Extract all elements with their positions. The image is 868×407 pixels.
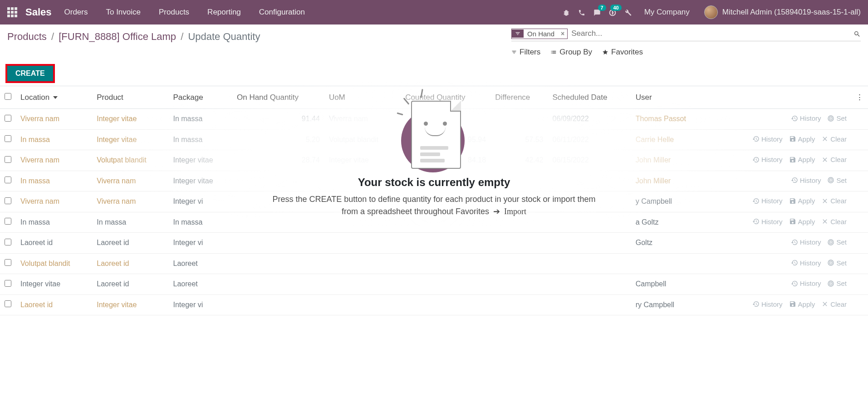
clear-button[interactable]: Clear (821, 197, 847, 205)
clear-button[interactable]: Clear (821, 156, 847, 163)
cell-user[interactable] (631, 253, 709, 274)
groupby-button[interactable]: Group By (550, 48, 592, 57)
menu-to-invoice[interactable]: To Invoice (106, 8, 141, 17)
set-button[interactable]: Set (827, 259, 847, 267)
column-options-icon[interactable]: ⋮ (851, 86, 868, 109)
filters-button[interactable]: Filters (511, 48, 540, 57)
cell-scheduled[interactable] (548, 253, 631, 274)
cell-location[interactable]: Integer vitae (16, 274, 92, 295)
cell-product[interactable]: Viverra nam (92, 191, 168, 212)
breadcrumb-product-record[interactable]: [FURN_8888] Office Lamp (59, 31, 176, 42)
search-input[interactable] (568, 28, 851, 39)
row-checkbox[interactable] (5, 300, 11, 307)
menu-configuration[interactable]: Configuration (259, 8, 305, 17)
cell-product[interactable]: Integer vitae (92, 129, 168, 150)
cell-counted[interactable] (401, 294, 490, 315)
company-switcher[interactable]: My Company (644, 8, 690, 17)
cell-location[interactable]: Volutpat blandit (16, 253, 92, 274)
menu-products[interactable]: Products (159, 8, 189, 17)
history-button[interactable]: History (752, 218, 783, 226)
cell-product[interactable]: Laoreet id (92, 233, 168, 254)
cell-counted[interactable] (401, 274, 490, 295)
col-onhand[interactable]: On Hand Quantity (232, 86, 324, 109)
col-uom[interactable]: UoM (324, 86, 401, 109)
cell-location[interactable]: In massa (16, 212, 92, 233)
cell-scheduled[interactable] (548, 171, 631, 191)
apply-button[interactable]: Apply (789, 218, 815, 226)
apply-button[interactable]: Apply (789, 300, 815, 308)
table-row[interactable]: Viverra namViverra namInteger viy Campbe… (0, 191, 868, 212)
cell-location[interactable]: Viverra nam (16, 150, 92, 171)
cell-counted[interactable] (401, 253, 490, 274)
row-checkbox[interactable] (5, 115, 11, 122)
select-all-checkbox[interactable] (5, 93, 11, 100)
history-button[interactable]: History (791, 177, 821, 184)
apply-button[interactable]: Apply (789, 135, 815, 143)
set-button[interactable]: Set (827, 238, 847, 246)
cell-counted[interactable] (401, 212, 490, 233)
cell-location[interactable]: Viverra nam (16, 109, 92, 130)
cell-product[interactable]: Viverra nam (92, 171, 168, 191)
clear-button[interactable]: Clear (821, 135, 847, 143)
history-button[interactable]: History (791, 114, 821, 122)
apply-button[interactable]: Apply (789, 197, 815, 205)
set-button[interactable]: Set (827, 177, 847, 184)
table-row[interactable]: Laoreet idLaoreet idInteger viGoltzHisto… (0, 233, 868, 254)
apps-icon[interactable] (7, 7, 17, 17)
cell-scheduled[interactable]: 06/15/2022 (548, 150, 631, 171)
table-row[interactable]: Integer vitaeLaoreet idLaoreetCampbellHi… (0, 274, 868, 295)
table-row[interactable]: In massaViverra namInteger vitaeJohn Mil… (0, 171, 868, 191)
cell-product[interactable]: Integer vitae (92, 294, 168, 315)
col-counted[interactable]: Counted Quantity (401, 86, 490, 109)
cell-scheduled[interactable]: 06/11/2022 (548, 129, 631, 150)
cell-user[interactable]: Thomas Passot (631, 109, 709, 130)
history-button[interactable]: History (791, 238, 821, 246)
tools-icon[interactable] (624, 8, 632, 16)
cell-user[interactable]: Campbell (631, 274, 709, 295)
row-checkbox[interactable] (5, 259, 11, 266)
table-row[interactable]: Volutpat blanditLaoreet idLaoreetHistory… (0, 253, 868, 274)
cell-scheduled[interactable] (548, 274, 631, 295)
cell-location[interactable]: In massa (16, 129, 92, 150)
row-checkbox[interactable] (5, 239, 11, 245)
cell-counted[interactable] (401, 191, 490, 212)
create-button[interactable]: CREATE (7, 66, 53, 81)
col-product[interactable]: Product (92, 86, 168, 109)
row-checkbox[interactable] (5, 135, 11, 142)
cell-product[interactable]: In massa (92, 212, 168, 233)
cell-product[interactable]: Integer vitae (92, 109, 168, 130)
cell-user[interactable]: Carrie Helle (631, 129, 709, 150)
cell-location[interactable]: Laoreet id (16, 294, 92, 315)
table-row[interactable]: Viverra namVolutpat blanditInteger vitae… (0, 150, 868, 171)
cell-counted[interactable]: 95.94 (401, 129, 490, 150)
row-checkbox[interactable] (5, 156, 11, 163)
user-menu[interactable]: Mitchell Admin (15894019-saas-15-1-all) (704, 5, 861, 19)
cell-user[interactable]: John Miller (631, 171, 709, 191)
cell-location[interactable]: In massa (16, 171, 92, 191)
messages-icon[interactable]: 7 (593, 8, 601, 16)
cell-scheduled[interactable] (548, 233, 631, 254)
history-button[interactable]: History (752, 197, 783, 205)
table-row[interactable]: Viverra namInteger vitaeIn massa91.44Viv… (0, 109, 868, 130)
cell-location[interactable]: Laoreet id (16, 233, 92, 254)
facet-remove-icon[interactable]: × (558, 29, 567, 38)
cell-scheduled[interactable] (548, 191, 631, 212)
cell-product[interactable]: Laoreet id (92, 274, 168, 295)
bug-icon[interactable] (563, 8, 570, 16)
search-icon[interactable] (853, 29, 861, 37)
set-button[interactable]: Set (827, 114, 847, 122)
phone-icon[interactable] (578, 8, 585, 16)
col-package[interactable]: Package (169, 86, 232, 109)
row-checkbox[interactable] (5, 218, 11, 225)
activities-icon[interactable]: 40 (609, 8, 616, 16)
menu-reporting[interactable]: Reporting (207, 8, 241, 17)
cell-counted[interactable] (401, 171, 490, 191)
history-button[interactable]: History (752, 156, 783, 163)
history-button[interactable]: History (752, 135, 783, 143)
cell-scheduled[interactable] (548, 212, 631, 233)
cell-product[interactable]: Volutpat blandit (92, 150, 168, 171)
col-location[interactable]: Location (16, 86, 92, 109)
app-brand[interactable]: Sales (25, 6, 52, 18)
clear-button[interactable]: Clear (821, 218, 847, 226)
cell-product[interactable]: Laoreet id (92, 253, 168, 274)
